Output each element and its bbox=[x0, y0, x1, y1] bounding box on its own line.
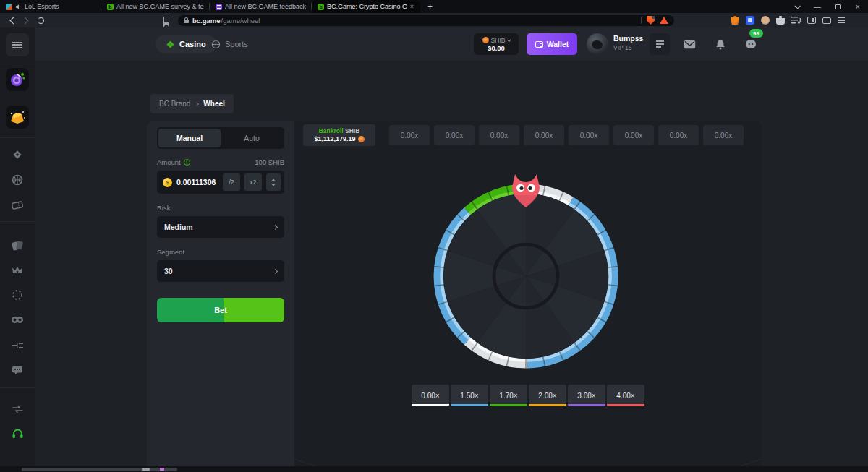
legend-multiplier-button[interactable]: 1.70× bbox=[490, 385, 527, 406]
bet-button[interactable]: Bet bbox=[157, 298, 284, 322]
legend-multiplier-button[interactable]: 3.00× bbox=[568, 385, 605, 406]
tab-search-icon[interactable] bbox=[787, 0, 807, 13]
wallet-icon bbox=[535, 41, 543, 48]
history-result-button[interactable]: 0.00x bbox=[479, 125, 519, 145]
brave-shield-icon[interactable] bbox=[647, 16, 655, 25]
wallet-extension-icon[interactable] bbox=[822, 17, 831, 24]
segment-select[interactable]: 30 bbox=[157, 260, 284, 282]
history-result-button[interactable]: 0.00x bbox=[569, 125, 609, 145]
quests-button[interactable] bbox=[650, 33, 670, 55]
scrollbar-thumb[interactable] bbox=[22, 468, 177, 471]
breadcrumb-brand[interactable]: BC Brand bbox=[159, 100, 190, 108]
sidebar-item-forum[interactable] bbox=[6, 359, 29, 382]
maximize-button[interactable] bbox=[827, 0, 848, 13]
info-icon[interactable]: i bbox=[184, 159, 190, 166]
legend-multiplier-label: 2.00× bbox=[538, 392, 556, 400]
bcgame-favicon: b bbox=[107, 4, 114, 10]
history-result-button[interactable]: 0.00x bbox=[658, 125, 699, 145]
sidebar-item-treasure-bonus[interactable] bbox=[6, 106, 29, 129]
sidebar-item-support[interactable] bbox=[6, 422, 29, 445]
bcgame-favicon: b bbox=[318, 4, 324, 10]
risk-select[interactable]: Medium bbox=[157, 216, 284, 238]
usd-coin-icon: $ bbox=[163, 178, 172, 187]
amount-label: Amount bbox=[157, 158, 181, 166]
new-tab-button[interactable]: + bbox=[420, 0, 440, 13]
tab-bcgame-survey[interactable]: b All new BC.GAME survey & feedback r bbox=[101, 0, 210, 13]
history-result-button[interactable]: 0.00x bbox=[703, 125, 744, 145]
extensions-puzzle-icon[interactable] bbox=[776, 16, 785, 25]
bankroll-currency: SHIB bbox=[345, 127, 359, 134]
legend-multiplier-button[interactable]: 0.00× bbox=[412, 385, 449, 406]
stepper-up-icon[interactable] bbox=[271, 179, 276, 181]
sidebar-item-affiliate[interactable] bbox=[6, 334, 29, 357]
back-button[interactable] bbox=[4, 14, 19, 26]
metamask-icon[interactable] bbox=[731, 16, 739, 25]
close-button[interactable]: × bbox=[848, 0, 868, 13]
browser-menu-icon[interactable] bbox=[838, 17, 845, 23]
legend-multiplier-label: 1.50× bbox=[460, 392, 478, 400]
forward-button[interactable] bbox=[19, 14, 33, 26]
sidebar-item-lottery[interactable] bbox=[6, 194, 29, 217]
history-result-button[interactable]: 0.00x bbox=[389, 125, 430, 145]
lol-esports-favicon bbox=[6, 4, 12, 10]
sidebar-item-dart-promotions[interactable] bbox=[6, 68, 29, 91]
profile-avatar-icon[interactable] bbox=[761, 16, 770, 25]
sidebar-item-sports[interactable] bbox=[6, 168, 29, 192]
envelope-icon bbox=[684, 40, 696, 49]
sidebar-item-spin[interactable] bbox=[6, 283, 29, 306]
amount-label-row: Amount i bbox=[157, 158, 190, 166]
sidebar-item-casino[interactable] bbox=[6, 143, 29, 166]
user-avatar[interactable] bbox=[587, 33, 608, 55]
history-result-button[interactable]: 0.00x bbox=[434, 125, 475, 145]
reload-button[interactable] bbox=[33, 14, 48, 26]
half-bet-button[interactable]: /2 bbox=[223, 173, 240, 191]
tab-title: LoL Esports bbox=[25, 3, 95, 10]
bankroll-label: Bankroll bbox=[319, 127, 344, 134]
legend-multiplier-button[interactable]: 2.00× bbox=[529, 385, 566, 406]
bookmark-icon[interactable] bbox=[163, 17, 169, 25]
balance-selector[interactable]: SHIB $0.00 bbox=[474, 33, 519, 55]
messages-button[interactable] bbox=[682, 37, 697, 51]
double-bet-button[interactable]: x2 bbox=[244, 173, 262, 191]
shib-coin-icon bbox=[358, 136, 365, 142]
nav-sports[interactable]: Sports bbox=[203, 35, 257, 53]
tab-bcgame-feedback[interactable]: All new BC.GAME feedback bbox=[210, 0, 312, 13]
legend-multiplier-button[interactable]: 1.50× bbox=[451, 385, 488, 406]
amount-stepper[interactable] bbox=[266, 173, 281, 191]
history-result-button[interactable]: 0.00x bbox=[524, 125, 564, 145]
tab-auto[interactable]: Auto bbox=[221, 129, 283, 147]
wallet-button[interactable]: Wallet bbox=[527, 33, 577, 55]
tab-title: All new BC.GAME survey & feedback r bbox=[116, 3, 204, 10]
notifications-button[interactable] bbox=[713, 37, 728, 51]
chat-unread-badge: 99 bbox=[749, 29, 763, 38]
history-result-button[interactable]: 0.00x bbox=[613, 125, 654, 145]
lock-icon bbox=[184, 20, 189, 23]
tab-lol-esports[interactable]: LoL Esports bbox=[0, 0, 101, 13]
address-bar[interactable]: bc.game/game/wheel bbox=[178, 15, 674, 26]
tab-bcgame-active[interactable]: b BC.Game: Crypto Casino Games & × bbox=[312, 0, 420, 13]
playlist-icon[interactable] bbox=[791, 16, 801, 25]
bat-rewards-icon[interactable] bbox=[660, 17, 668, 24]
sidebar-item-card-games[interactable] bbox=[6, 234, 29, 257]
tab-manual[interactable]: Manual bbox=[158, 129, 221, 147]
amount-value: 0.00111306 bbox=[176, 178, 218, 186]
dotted-circle-icon bbox=[12, 289, 23, 301]
stepper-down-icon[interactable] bbox=[271, 184, 276, 186]
minimize-button[interactable]: — bbox=[807, 0, 827, 13]
sidebar-panel-icon[interactable] bbox=[807, 17, 816, 24]
sports-basketball-icon bbox=[211, 40, 221, 49]
legend-multiplier-button[interactable]: 4.00× bbox=[607, 385, 644, 406]
dart-board-icon bbox=[9, 71, 26, 88]
breadcrumb-current: Wheel bbox=[203, 100, 224, 108]
sidebar-menu-button[interactable] bbox=[6, 33, 29, 56]
tab-title: All new BC.GAME feedback bbox=[225, 3, 306, 10]
sidebar-item-vip[interactable] bbox=[6, 259, 29, 282]
sidebar-item-slots[interactable] bbox=[6, 308, 29, 331]
username: Bumpss bbox=[613, 34, 643, 43]
amount-input[interactable]: $ 0.00111306 /2 x2 bbox=[157, 171, 284, 194]
extension-blue-icon[interactable] bbox=[746, 16, 754, 25]
forms-favicon bbox=[216, 4, 222, 10]
sidebar-item-swap[interactable] bbox=[6, 398, 29, 421]
tab-close-icon[interactable]: × bbox=[409, 3, 414, 10]
chat-button[interactable] bbox=[744, 37, 758, 51]
